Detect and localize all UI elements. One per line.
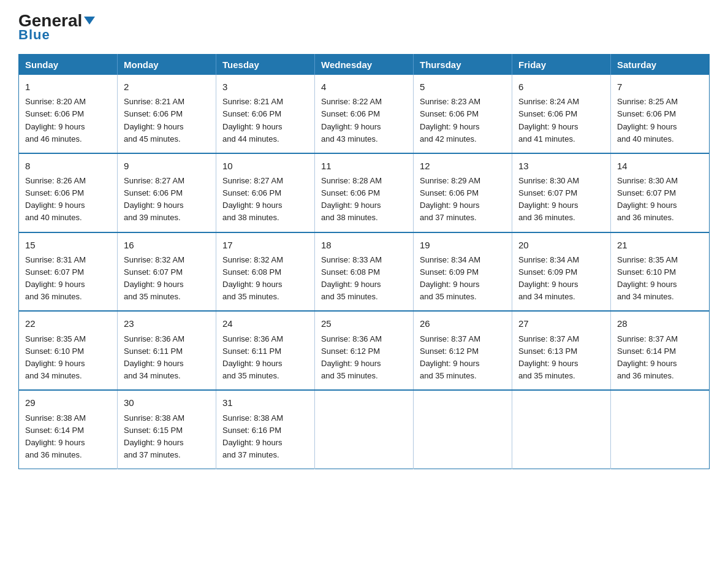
calendar-day-16: 16Sunrise: 8:32 AMSunset: 6:07 PMDayligh… — [118, 232, 216, 312]
day-number: 14 — [617, 159, 703, 173]
day-number: 23 — [124, 316, 210, 331]
calendar-week-2: 8Sunrise: 8:26 AMSunset: 6:06 PMDaylight… — [19, 153, 710, 232]
day-number: 31 — [222, 396, 308, 410]
day-number: 3 — [222, 80, 308, 94]
day-number: 5 — [420, 80, 506, 94]
calendar-day-29: 29Sunrise: 8:38 AMSunset: 6:14 PMDayligh… — [19, 390, 118, 469]
weekday-header-monday: Monday — [118, 55, 216, 75]
day-info: Sunrise: 8:34 AMSunset: 6:09 PMDaylight:… — [518, 255, 579, 301]
calendar-day-24: 24Sunrise: 8:36 AMSunset: 6:11 PMDayligh… — [216, 311, 315, 390]
calendar-header-row: SundayMondayTuesdayWednesdayThursdayFrid… — [19, 55, 710, 75]
day-number: 27 — [518, 316, 604, 331]
day-info: Sunrise: 8:30 AMSunset: 6:07 PMDaylight:… — [617, 176, 678, 222]
calendar-empty-cell — [315, 390, 414, 469]
day-number: 15 — [25, 238, 111, 252]
calendar-day-26: 26Sunrise: 8:37 AMSunset: 6:12 PMDayligh… — [414, 311, 512, 390]
day-info: Sunrise: 8:21 AMSunset: 6:06 PMDaylight:… — [222, 97, 283, 143]
calendar-day-8: 8Sunrise: 8:26 AMSunset: 6:06 PMDaylight… — [19, 153, 118, 232]
day-number: 17 — [222, 238, 308, 252]
day-info: Sunrise: 8:23 AMSunset: 6:06 PMDaylight:… — [420, 97, 480, 143]
day-info: Sunrise: 8:33 AMSunset: 6:08 PMDaylight:… — [321, 255, 382, 301]
calendar-week-5: 29Sunrise: 8:38 AMSunset: 6:14 PMDayligh… — [19, 390, 710, 469]
calendar-day-25: 25Sunrise: 8:36 AMSunset: 6:12 PMDayligh… — [315, 311, 414, 390]
calendar-week-3: 15Sunrise: 8:31 AMSunset: 6:07 PMDayligh… — [19, 232, 710, 312]
calendar-day-28: 28Sunrise: 8:37 AMSunset: 6:14 PMDayligh… — [611, 311, 710, 390]
day-info: Sunrise: 8:36 AMSunset: 6:11 PMDaylight:… — [124, 334, 184, 380]
logo: General Blue — [18, 12, 95, 43]
day-number: 22 — [25, 316, 111, 331]
calendar-day-6: 6Sunrise: 8:24 AMSunset: 6:06 PMDaylight… — [512, 75, 611, 153]
day-number: 29 — [25, 396, 111, 410]
weekday-header-saturday: Saturday — [611, 55, 710, 75]
calendar-day-4: 4Sunrise: 8:22 AMSunset: 6:06 PMDaylight… — [315, 75, 414, 153]
calendar-day-21: 21Sunrise: 8:35 AMSunset: 6:10 PMDayligh… — [611, 232, 710, 312]
day-info: Sunrise: 8:38 AMSunset: 6:14 PMDaylight:… — [25, 413, 86, 459]
day-info: Sunrise: 8:25 AMSunset: 6:06 PMDaylight:… — [617, 97, 678, 143]
day-number: 13 — [518, 159, 604, 173]
day-info: Sunrise: 8:34 AMSunset: 6:09 PMDaylight:… — [420, 255, 480, 301]
day-info: Sunrise: 8:20 AMSunset: 6:06 PMDaylight:… — [25, 97, 86, 143]
day-info: Sunrise: 8:28 AMSunset: 6:06 PMDaylight:… — [321, 176, 382, 222]
day-info: Sunrise: 8:32 AMSunset: 6:07 PMDaylight:… — [124, 255, 184, 301]
logo-blue: Blue — [18, 27, 50, 43]
day-number: 8 — [25, 159, 111, 173]
day-number: 28 — [617, 316, 703, 331]
calendar-empty-cell — [611, 390, 710, 469]
day-number: 12 — [420, 159, 506, 173]
day-info: Sunrise: 8:31 AMSunset: 6:07 PMDaylight:… — [25, 255, 86, 301]
calendar-day-11: 11Sunrise: 8:28 AMSunset: 6:06 PMDayligh… — [315, 153, 414, 232]
day-info: Sunrise: 8:22 AMSunset: 6:06 PMDaylight:… — [321, 97, 382, 143]
day-info: Sunrise: 8:37 AMSunset: 6:13 PMDaylight:… — [518, 334, 579, 380]
weekday-header-tuesday: Tuesday — [216, 55, 315, 75]
day-info: Sunrise: 8:35 AMSunset: 6:10 PMDaylight:… — [617, 255, 678, 301]
day-number: 20 — [518, 238, 604, 252]
calendar-week-4: 22Sunrise: 8:35 AMSunset: 6:10 PMDayligh… — [19, 311, 710, 390]
day-info: Sunrise: 8:36 AMSunset: 6:11 PMDaylight:… — [222, 334, 283, 380]
page-header: General Blue — [18, 12, 710, 43]
day-info: Sunrise: 8:36 AMSunset: 6:12 PMDaylight:… — [321, 334, 382, 380]
day-info: Sunrise: 8:26 AMSunset: 6:06 PMDaylight:… — [25, 176, 86, 222]
day-number: 7 — [617, 80, 703, 94]
day-number: 10 — [222, 159, 308, 173]
calendar-empty-cell — [414, 390, 512, 469]
calendar-day-3: 3Sunrise: 8:21 AMSunset: 6:06 PMDaylight… — [216, 75, 315, 153]
day-number: 6 — [518, 80, 604, 94]
calendar-day-19: 19Sunrise: 8:34 AMSunset: 6:09 PMDayligh… — [414, 232, 512, 312]
calendar-day-31: 31Sunrise: 8:38 AMSunset: 6:16 PMDayligh… — [216, 390, 315, 469]
day-number: 2 — [124, 80, 210, 94]
weekday-header-thursday: Thursday — [414, 55, 512, 75]
day-info: Sunrise: 8:30 AMSunset: 6:07 PMDaylight:… — [518, 176, 579, 222]
day-number: 9 — [124, 159, 210, 173]
calendar-day-20: 20Sunrise: 8:34 AMSunset: 6:09 PMDayligh… — [512, 232, 611, 312]
calendar-week-1: 1Sunrise: 8:20 AMSunset: 6:06 PMDaylight… — [19, 75, 710, 153]
calendar-day-2: 2Sunrise: 8:21 AMSunset: 6:06 PMDaylight… — [118, 75, 216, 153]
calendar-day-10: 10Sunrise: 8:27 AMSunset: 6:06 PMDayligh… — [216, 153, 315, 232]
calendar-day-7: 7Sunrise: 8:25 AMSunset: 6:06 PMDaylight… — [611, 75, 710, 153]
calendar-day-30: 30Sunrise: 8:38 AMSunset: 6:15 PMDayligh… — [118, 390, 216, 469]
calendar-empty-cell — [512, 390, 611, 469]
calendar-day-5: 5Sunrise: 8:23 AMSunset: 6:06 PMDaylight… — [414, 75, 512, 153]
calendar-day-13: 13Sunrise: 8:30 AMSunset: 6:07 PMDayligh… — [512, 153, 611, 232]
day-info: Sunrise: 8:27 AMSunset: 6:06 PMDaylight:… — [124, 176, 184, 222]
calendar-day-17: 17Sunrise: 8:32 AMSunset: 6:08 PMDayligh… — [216, 232, 315, 312]
day-info: Sunrise: 8:21 AMSunset: 6:06 PMDaylight:… — [124, 97, 184, 143]
day-number: 16 — [124, 238, 210, 252]
day-number: 18 — [321, 238, 407, 252]
day-number: 1 — [25, 80, 111, 94]
day-number: 21 — [617, 238, 703, 252]
day-info: Sunrise: 8:38 AMSunset: 6:15 PMDaylight:… — [124, 413, 184, 459]
weekday-header-friday: Friday — [512, 55, 611, 75]
calendar-day-12: 12Sunrise: 8:29 AMSunset: 6:06 PMDayligh… — [414, 153, 512, 232]
day-info: Sunrise: 8:38 AMSunset: 6:16 PMDaylight:… — [222, 413, 283, 459]
day-number: 4 — [321, 80, 407, 94]
calendar-day-27: 27Sunrise: 8:37 AMSunset: 6:13 PMDayligh… — [512, 311, 611, 390]
calendar-table: SundayMondayTuesdayWednesdayThursdayFrid… — [18, 54, 710, 469]
calendar-day-14: 14Sunrise: 8:30 AMSunset: 6:07 PMDayligh… — [611, 153, 710, 232]
calendar-day-15: 15Sunrise: 8:31 AMSunset: 6:07 PMDayligh… — [19, 232, 118, 312]
weekday-header-sunday: Sunday — [19, 55, 118, 75]
day-number: 26 — [420, 316, 506, 331]
weekday-header-wednesday: Wednesday — [315, 55, 414, 75]
calendar-day-23: 23Sunrise: 8:36 AMSunset: 6:11 PMDayligh… — [118, 311, 216, 390]
day-number: 25 — [321, 316, 407, 331]
day-number: 30 — [124, 396, 210, 410]
